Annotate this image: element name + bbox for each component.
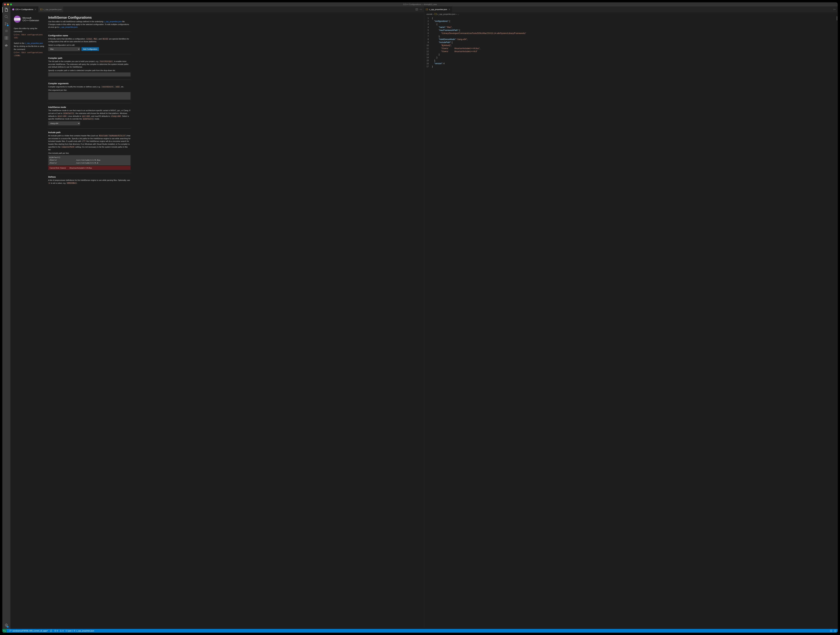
include-path-error: Cannot find: /Users//linux/usr/include/c…: [48, 166, 131, 170]
logo-subtitle: C/C++ Extension: [22, 19, 39, 22]
tab-label: c_cpp_properties.json: [429, 8, 447, 10]
json-icon: [40, 8, 43, 11]
notifications-icon[interactable]: [834, 630, 836, 632]
explorer-icon[interactable]: [5, 8, 8, 12]
intellisense-mode-select[interactable]: clang-x64: [48, 121, 80, 125]
debug-icon[interactable]: [5, 29, 8, 33]
split-editor-icon[interactable]: [415, 8, 418, 11]
tab-label: C/C++ Configurations: [16, 8, 33, 10]
tab-json-left[interactable]: c_cpp_properties.json: [38, 6, 63, 12]
section-defines: Defines: [48, 176, 131, 178]
svg-rect-8: [6, 38, 8, 40]
more-icon[interactable]: [833, 8, 836, 11]
search-icon[interactable]: [5, 15, 8, 19]
config-select[interactable]: Mac: [48, 47, 80, 51]
cpp-icon: C++: [12, 8, 14, 11]
svg-text:C++: C++: [13, 9, 14, 10]
json-icon: [434, 13, 437, 15]
extensions-icon[interactable]: [5, 36, 8, 40]
svg-rect-6: [6, 36, 8, 38]
activity-bar: 3 1: [2, 6, 10, 629]
svg-rect-5: [5, 36, 6, 38]
close-icon[interactable]: [34, 8, 36, 11]
svg-point-17: [834, 9, 835, 10]
svg-point-15: [422, 9, 422, 10]
close-icon[interactable]: [448, 8, 451, 11]
svg-point-18: [835, 9, 835, 10]
settings-badge: 1: [7, 626, 9, 628]
side-switch-cmd: C/C++: Edit configurations (JSON): [14, 51, 45, 57]
svg-point-0: [5, 15, 7, 17]
code-editor[interactable]: 1234567891011121314151617 { "configurati…: [424, 16, 837, 68]
feedback-icon[interactable]: [830, 630, 832, 632]
add-configuration-button[interactable]: Add Configuration: [82, 47, 99, 51]
section-config-name: Configuration name: [48, 35, 131, 37]
docker-icon[interactable]: [5, 43, 8, 47]
tab-bar-right: c_cpp_properties.json: [424, 6, 837, 12]
sync-icon[interactable]: [50, 630, 52, 632]
scm-badge: 3: [7, 25, 9, 26]
source-control-icon[interactable]: 3: [5, 22, 8, 26]
logo-title: Microsoft: [22, 17, 39, 19]
section-include-path: Include path: [48, 131, 131, 134]
json-file-link[interactable]: c_cpp_properties.json: [25, 42, 43, 44]
problems[interactable]: 0 0: [54, 630, 63, 632]
language-mode[interactable]: json | c_cpp_properties.json: [66, 630, 94, 632]
compiler-path-input[interactable]: [48, 73, 131, 76]
section-intellisense-mode: IntelliSense mode: [48, 106, 131, 108]
page-intro: Use this editor to edit IntelliSense set…: [48, 20, 131, 29]
section-compiler-args: Compiler arguments: [48, 82, 131, 85]
include-path-input[interactable]: ${default} /Users/ /usr/include/c++/4.8u…: [48, 155, 131, 166]
svg-point-20: [10, 631, 10, 632]
side-open-text: Open this editor by using the command:: [14, 27, 37, 32]
minimize-window[interactable]: [7, 3, 9, 5]
status-bar: user/jramos/FWVAL-699_current_sil_apps* …: [2, 629, 838, 633]
svg-point-3: [7, 24, 8, 24]
svg-point-2: [5, 25, 6, 25]
minimap[interactable]: [837, 16, 837, 68]
svg-point-19: [10, 630, 10, 630]
section-compiler-path: Compiler path: [48, 57, 131, 59]
tab-json-right[interactable]: c_cpp_properties.json: [424, 6, 452, 12]
line-numbers: 1234567891011121314151617: [424, 16, 431, 68]
config-editor[interactable]: C/C++ Microsoft C/C++ Extension Open thi…: [10, 12, 424, 629]
tab-cpp-configs[interactable]: C++ C/C++ Configurations: [10, 6, 38, 12]
svg-point-26: [830, 630, 832, 632]
extension-logo: C/C++ Microsoft C/C++ Extension: [14, 16, 45, 23]
git-branch[interactable]: user/jramos/FWVAL-699_current_sil_apps*: [9, 630, 48, 632]
svg-point-1: [5, 22, 6, 23]
svg-point-9: [6, 625, 7, 626]
titlebar: C/C++ Configurations — driving622_new: [2, 2, 838, 6]
side-open-cmd: C/C++: Edit configurations (UI): [14, 33, 45, 39]
window-title: C/C++ Configurations — driving622_new: [403, 3, 437, 5]
svg-point-16: [834, 9, 834, 10]
zoom-window[interactable]: [10, 3, 12, 5]
compiler-args-input[interactable]: [48, 92, 131, 100]
remote-indicator[interactable]: [2, 629, 7, 633]
svg-point-4: [6, 30, 7, 32]
svg-rect-7: [5, 38, 6, 40]
settings-gear-icon[interactable]: 1: [5, 623, 8, 627]
page-title: IntelliSense Configurations: [48, 16, 131, 19]
tab-bar-left: C++ C/C++ Configurations c_cpp_propertie…: [10, 6, 424, 12]
svg-point-14: [421, 9, 421, 10]
close-window[interactable]: [4, 3, 6, 5]
json-icon: [426, 8, 428, 11]
svg-rect-23: [66, 630, 67, 631]
breadcrumbs[interactable]: .vscode› c_cpp_properties.json›...: [424, 12, 837, 16]
tab-label: c_cpp_properties.json: [44, 8, 62, 10]
more-icon[interactable]: [420, 8, 422, 11]
